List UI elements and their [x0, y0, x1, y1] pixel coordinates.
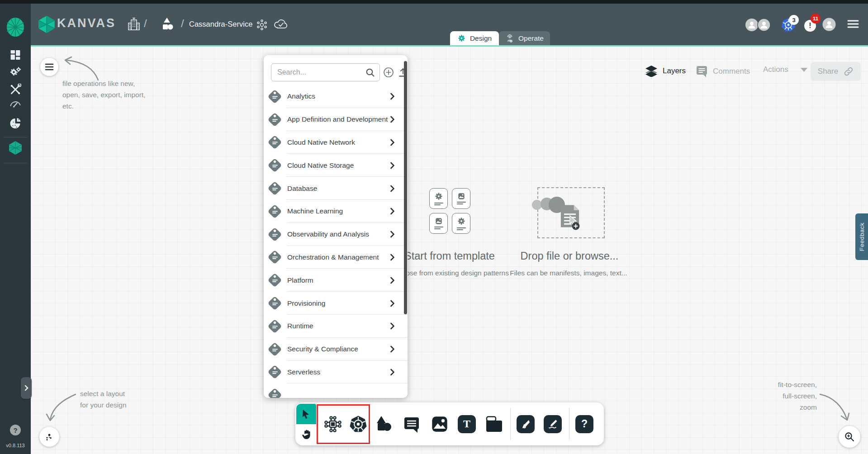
comments-button[interactable]: Comments	[696, 65, 750, 77]
search-input[interactable]	[271, 64, 379, 81]
category-item-partial[interactable]	[264, 383, 408, 398]
help-tool[interactable]: ?	[575, 415, 593, 433]
template-card[interactable]	[452, 188, 470, 209]
layout-select-button[interactable]	[39, 427, 59, 447]
category-label: App Definition and Development	[287, 115, 389, 123]
actions-dropdown[interactable]: Actions	[763, 65, 808, 74]
template-card[interactable]	[429, 188, 448, 209]
file-ops-annotation: file operations like new, open, save, ex…	[62, 78, 146, 112]
category-item-app-definition[interactable]: App Definition and Development	[264, 108, 408, 131]
panel-scrollbar-thumb[interactable]	[404, 61, 407, 314]
dashboard-icon[interactable]	[10, 49, 21, 61]
comments-icon	[696, 65, 708, 77]
sidebar-divider	[4, 163, 27, 163]
template-thumbnails[interactable]	[429, 188, 470, 234]
component-tool[interactable]	[324, 415, 342, 433]
collaborators-avatars[interactable]	[745, 18, 771, 32]
drop-add-icon	[572, 222, 580, 230]
category-item-platform[interactable]: Platform	[264, 269, 408, 292]
share-button[interactable]: Share	[811, 62, 861, 81]
performance-gauge-icon[interactable]	[9, 99, 22, 109]
category-label: Orchestration & Management	[287, 253, 389, 261]
drop-file-title[interactable]: Drop file or browse...	[521, 250, 619, 262]
workspace-icon[interactable]	[159, 16, 175, 32]
lifecycle-gears-icon[interactable]	[9, 66, 22, 77]
zoom-controls-button[interactable]	[839, 426, 860, 448]
sidebar-divider	[4, 137, 27, 137]
add-component-icon[interactable]	[383, 67, 394, 78]
kubernetes-context-count-badge: 3	[789, 15, 799, 25]
search-box[interactable]	[271, 63, 380, 81]
organization-icon[interactable]	[128, 17, 140, 31]
comment-tool[interactable]	[403, 416, 420, 433]
select-tool[interactable]	[296, 404, 316, 424]
tab-design[interactable]: Design	[450, 31, 499, 45]
text-tool[interactable]: T	[458, 415, 476, 433]
category-label: Runtime	[287, 322, 389, 330]
layers-button[interactable]: Layers	[645, 65, 686, 77]
shapes-tool[interactable]	[374, 415, 393, 433]
template-card[interactable]	[452, 213, 470, 234]
shapes-icon	[374, 415, 393, 433]
help-tool-glyph: ?	[581, 418, 588, 430]
kanvas-logo-icon[interactable]	[38, 15, 55, 34]
category-tag-icon	[266, 295, 283, 312]
mesh-environment-icon[interactable]	[256, 19, 268, 31]
text-tool-glyph: T	[463, 418, 470, 430]
feedback-label: Feedback	[859, 222, 865, 251]
category-label: Provisioning	[287, 299, 389, 307]
image-icon	[431, 415, 449, 433]
category-item-provisioning[interactable]: Provisioning	[264, 292, 408, 315]
category-tag-icon	[266, 272, 283, 288]
meshery-logo-icon[interactable]	[6, 17, 25, 37]
app-version: v0.8.113	[0, 443, 31, 448]
file-menu-button[interactable]	[40, 58, 58, 76]
template-card[interactable]	[429, 213, 448, 234]
pencil-scribble-icon	[547, 419, 558, 430]
category-item-analytics[interactable]: Analytics	[264, 85, 408, 108]
app-header	[31, 4, 868, 45]
pan-tool[interactable]	[296, 424, 316, 445]
user-avatar[interactable]	[822, 18, 836, 31]
kubernetes-tool[interactable]	[349, 415, 368, 434]
category-item-cloud-native-network[interactable]: Cloud Native Network	[264, 131, 408, 154]
category-tag-icon	[266, 226, 283, 243]
toolkit-wrenches-icon[interactable]	[9, 84, 21, 95]
category-item-orchestration[interactable]: Orchestration & Management	[264, 246, 408, 269]
help-icon[interactable]: ?	[10, 425, 21, 435]
category-item-machine-learning[interactable]: Machine Learning	[264, 200, 408, 223]
design-name[interactable]: Cassandra-Service	[189, 20, 252, 28]
tab-operate[interactable]: Operate	[499, 31, 550, 45]
toolbar-divider	[510, 408, 511, 440]
component-circuit-icon	[324, 415, 342, 433]
category-item-security[interactable]: Security & Compliance	[264, 338, 408, 361]
category-item-runtime[interactable]: Runtime	[264, 315, 408, 338]
menu-icon[interactable]	[847, 19, 859, 28]
image-tool[interactable]	[431, 415, 449, 433]
feedback-tab[interactable]: Feedback	[855, 213, 868, 260]
start-from-template-title[interactable]: Start from template	[404, 250, 495, 262]
layers-icon	[645, 65, 658, 77]
kanvas-active-icon[interactable]	[9, 141, 22, 155]
layout-annotation: select a layout for your design	[80, 388, 127, 411]
extensions-chart-icon[interactable]	[9, 117, 22, 129]
chevron-right-icon	[389, 92, 396, 100]
layers-label: Layers	[663, 66, 686, 76]
cloud-sync-icon[interactable]	[273, 18, 289, 31]
category-item-observability[interactable]: Observability and Analysis	[264, 223, 408, 246]
start-from-template-subtitle: Choose from existing design patterns	[393, 269, 509, 277]
notes-tool[interactable]	[484, 416, 503, 432]
sidebar-expander-button[interactable]	[21, 377, 32, 399]
pencil-tool[interactable]	[544, 415, 562, 433]
pen-tool[interactable]	[517, 415, 535, 433]
panel-scrollbar[interactable]	[404, 59, 407, 394]
header-accent-line	[31, 45, 868, 47]
chevron-right-icon	[389, 253, 396, 261]
category-tag-icon	[266, 364, 283, 380]
category-item-database[interactable]: Database	[264, 177, 408, 200]
component-browser-panel: Analytics App Definition and Development…	[264, 55, 408, 398]
tab-design-label: Design	[470, 34, 492, 43]
category-item-cloud-native-storage[interactable]: Cloud Native Storage	[264, 154, 408, 177]
category-label: Analytics	[287, 92, 389, 100]
category-item-serverless[interactable]: Serverless	[264, 361, 408, 384]
